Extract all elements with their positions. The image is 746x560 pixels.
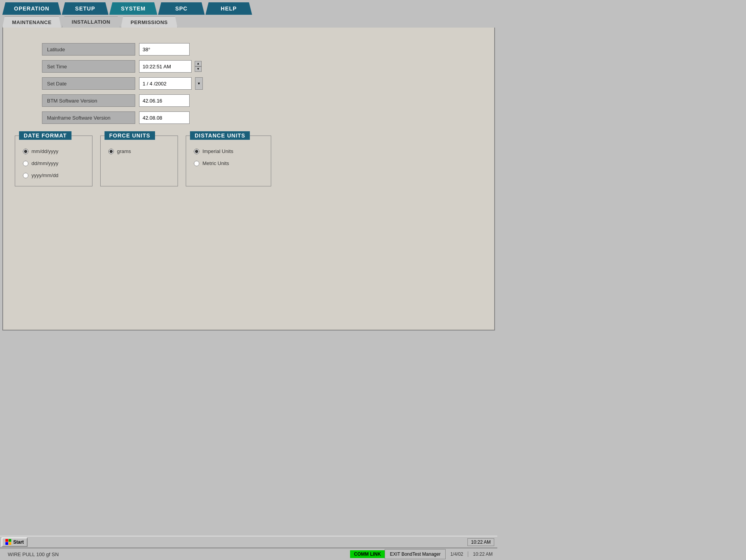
date-format-group: DATE FORMAT mm/dd/yyyy dd/mm/yyyy yyyy/m… [15, 136, 92, 186]
btm-software-value: 42.06.16 [139, 94, 190, 107]
date-format-dmy-label: dd/mm/yyyy [31, 160, 58, 166]
tab-installation[interactable]: INSTALLATION [62, 16, 120, 28]
date-format-ymd-label: yyyy/mm/dd [31, 172, 58, 178]
distance-units-imperial-label: Imperial Units [202, 148, 233, 154]
time-up-button[interactable]: ▲ [195, 61, 202, 66]
date-format-options: mm/dd/yyyy dd/mm/yyyy yyyy/mm/dd [23, 148, 84, 178]
tab-system[interactable]: SYSTEM [109, 2, 157, 15]
distance-units-imperial-radio[interactable] [194, 149, 199, 154]
set-date-row: Set Date 1 / 4 /2002 ▼ [42, 77, 486, 90]
set-time-row: Set Time 10:22:51 AM ▲ ▼ [42, 60, 486, 73]
set-date-value[interactable]: 1 / 4 /2002 [139, 77, 192, 90]
force-units-options: grams [108, 148, 170, 154]
time-down-button[interactable]: ▼ [195, 66, 202, 72]
tab-maintenance[interactable]: MAINTENANCE [2, 16, 61, 28]
distance-units-metric-label: Metric Units [202, 160, 229, 166]
force-units-title: FORCE UNITS [105, 131, 155, 140]
date-format-title: DATE FORMAT [19, 131, 71, 140]
date-format-ymd-radio[interactable] [23, 173, 28, 178]
btm-software-row: BTM Software Version 42.06.16 [42, 94, 486, 107]
main-content: Latitude 38° Set Time 10:22:51 AM ▲ ▼ Se… [2, 28, 495, 330]
force-units-group: FORCE UNITS grams [100, 136, 178, 186]
latitude-label: Latitude [42, 43, 135, 56]
time-spinner[interactable]: ▲ ▼ [195, 61, 202, 72]
date-dropdown-button[interactable]: ▼ [195, 77, 203, 90]
latitude-row: Latitude 38° [42, 43, 486, 56]
set-time-label: Set Time [42, 60, 135, 73]
second-nav: MAINTENANCE INSTALLATION PERMISSIONS [0, 15, 497, 28]
mainframe-software-row: Mainframe Software Version 42.08.08 [42, 111, 486, 124]
tab-help[interactable]: HELP [206, 2, 252, 15]
tab-setup[interactable]: SETUP [62, 2, 108, 15]
btm-software-label: BTM Software Version [42, 94, 135, 107]
force-units-grams[interactable]: grams [108, 148, 170, 154]
date-format-mdy-label: mm/dd/yyyy [31, 148, 58, 154]
mainframe-software-label: Mainframe Software Version [42, 111, 135, 124]
date-format-mdy-radio[interactable] [23, 149, 28, 154]
mainframe-software-value: 42.08.08 [139, 111, 190, 124]
force-units-grams-radio[interactable] [108, 149, 114, 154]
date-format-ymd[interactable]: yyyy/mm/dd [23, 172, 84, 178]
set-time-value[interactable]: 10:22:51 AM [139, 60, 192, 73]
set-time-text: 10:22:51 AM [143, 64, 171, 70]
force-units-grams-label: grams [117, 148, 131, 154]
set-date-text: 1 / 4 /2002 [143, 81, 166, 87]
latitude-value[interactable]: 38° [139, 43, 190, 56]
distance-units-metric[interactable]: Metric Units [194, 160, 263, 166]
date-format-dmy-radio[interactable] [23, 161, 28, 166]
form-section: Latitude 38° Set Time 10:22:51 AM ▲ ▼ Se… [42, 43, 486, 124]
distance-units-options: Imperial Units Metric Units [194, 148, 263, 166]
top-nav: OPERATION SETUP SYSTEM SPC HELP [0, 0, 497, 15]
date-format-dmy[interactable]: dd/mm/yyyy [23, 160, 84, 166]
distance-units-group: DISTANCE UNITS Imperial Units Metric Uni… [186, 136, 271, 186]
bottom-groups: DATE FORMAT mm/dd/yyyy dd/mm/yyyy yyyy/m… [15, 136, 486, 186]
tab-permissions[interactable]: PERMISSIONS [121, 16, 178, 28]
distance-units-metric-radio[interactable] [194, 161, 199, 166]
distance-units-imperial[interactable]: Imperial Units [194, 148, 263, 154]
tab-spc[interactable]: SPC [158, 2, 205, 15]
tab-operation[interactable]: OPERATION [2, 2, 61, 15]
date-format-mdy[interactable]: mm/dd/yyyy [23, 148, 84, 154]
distance-units-title: DISTANCE UNITS [190, 131, 250, 140]
set-date-label: Set Date [42, 77, 135, 90]
